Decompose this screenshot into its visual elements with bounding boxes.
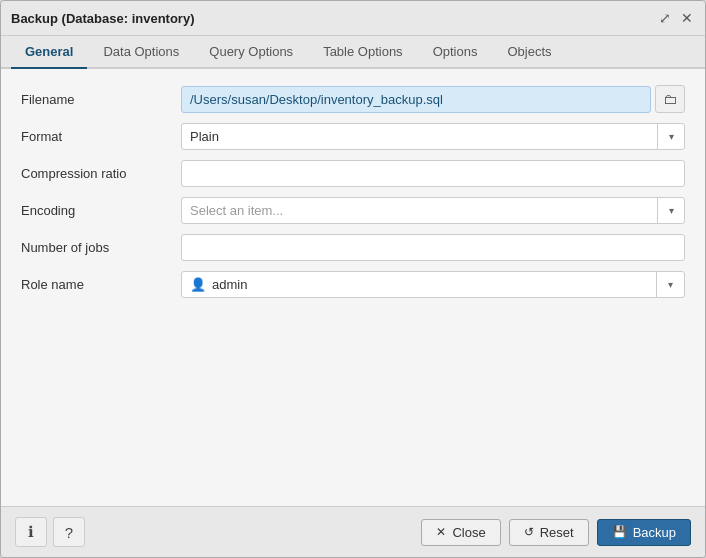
filename-row: Filename 🗀 <box>21 85 685 113</box>
tab-table-options[interactable]: Table Options <box>309 36 417 69</box>
backup-button[interactable]: 💾 Backup <box>597 519 691 546</box>
footer-right: ✕ Close ↺ Reset 💾 Backup <box>421 519 691 546</box>
tab-options[interactable]: Options <box>419 36 492 69</box>
dialog-title: Backup (Database: inventory) <box>11 11 195 26</box>
info-icon: ℹ <box>28 523 34 541</box>
footer: ℹ ? ✕ Close ↺ Reset 💾 Backup <box>1 506 705 557</box>
tab-data-options[interactable]: Data Options <box>89 36 193 69</box>
expand-button[interactable]: ⤢ <box>657 9 673 27</box>
format-row: Format Plain ▾ <box>21 123 685 150</box>
encoding-label: Encoding <box>21 203 181 218</box>
role-row: Role name 👤 admin ▾ <box>21 271 685 298</box>
close-window-button[interactable]: ✕ <box>679 9 695 27</box>
folder-icon: 🗀 <box>663 91 677 107</box>
format-wrapper: Plain ▾ <box>181 123 685 150</box>
close-button[interactable]: ✕ Close <box>421 519 500 546</box>
reset-button[interactable]: ↺ Reset <box>509 519 589 546</box>
title-bar-controls: ⤢ ✕ <box>657 9 695 27</box>
backup-dialog: Backup (Database: inventory) ⤢ ✕ General… <box>0 0 706 558</box>
reset-icon: ↺ <box>524 525 534 539</box>
close-icon: ✕ <box>436 525 446 539</box>
filename-label: Filename <box>21 92 181 107</box>
encoding-select[interactable]: Select an item... <box>181 197 685 224</box>
jobs-wrapper <box>181 234 685 261</box>
compression-wrapper <box>181 160 685 187</box>
tab-general[interactable]: General <box>11 36 87 69</box>
tab-bar: General Data Options Query Options Table… <box>1 36 705 69</box>
format-label: Format <box>21 129 181 144</box>
backup-icon: 💾 <box>612 525 627 539</box>
form-content: Filename 🗀 Format Plain ▾ Co <box>1 69 705 506</box>
jobs-input[interactable] <box>181 234 685 261</box>
jobs-row: Number of jobs <box>21 234 685 261</box>
tab-objects[interactable]: Objects <box>493 36 565 69</box>
role-chevron-icon: ▾ <box>656 272 684 297</box>
question-icon: ? <box>65 524 73 541</box>
encoding-wrapper: Select an item... ▾ <box>181 197 685 224</box>
role-value: admin <box>212 272 656 297</box>
role-select-wrapper[interactable]: 👤 admin ▾ <box>181 271 685 298</box>
title-bar: Backup (Database: inventory) ⤢ ✕ <box>1 1 705 36</box>
compression-input[interactable] <box>181 160 685 187</box>
footer-left: ℹ ? <box>15 517 85 547</box>
filename-input[interactable] <box>181 86 651 113</box>
compression-label: Compression ratio <box>21 166 181 181</box>
info-button[interactable]: ℹ <box>15 517 47 547</box>
encoding-select-wrapper: Select an item... ▾ <box>181 197 685 224</box>
role-wrapper: 👤 admin ▾ <box>181 271 685 298</box>
role-label: Role name <box>21 277 181 292</box>
user-icon: 👤 <box>190 277 206 292</box>
tab-query-options[interactable]: Query Options <box>195 36 307 69</box>
help-button[interactable]: ? <box>53 517 85 547</box>
browse-file-button[interactable]: 🗀 <box>655 85 685 113</box>
format-select-wrapper: Plain ▾ <box>181 123 685 150</box>
compression-row: Compression ratio <box>21 160 685 187</box>
filename-wrapper: 🗀 <box>181 85 685 113</box>
encoding-row: Encoding Select an item... ▾ <box>21 197 685 224</box>
jobs-label: Number of jobs <box>21 240 181 255</box>
format-select[interactable]: Plain <box>181 123 685 150</box>
